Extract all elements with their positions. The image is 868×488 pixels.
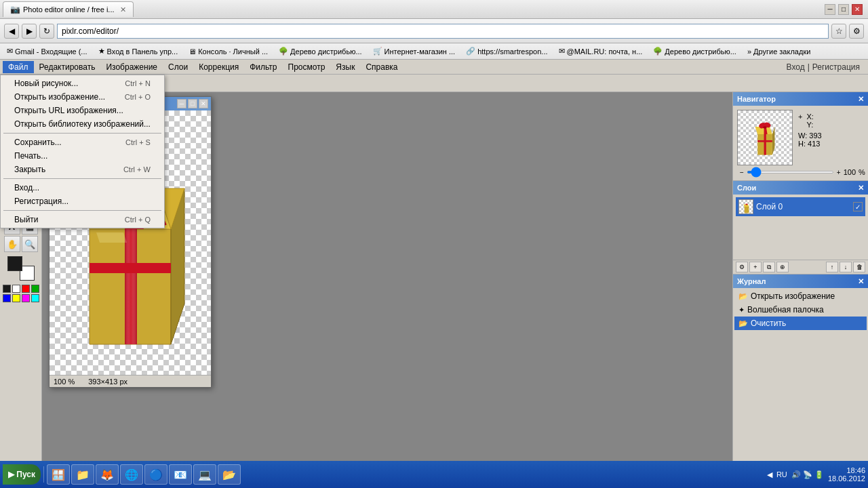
login-link[interactable]: Вход [787, 62, 805, 72]
menu-help[interactable]: Справка [360, 61, 403, 73]
bookmark-panel[interactable]: ★ Вход в Панель упр... [96, 46, 181, 56]
taskbar-apps: 🪟 📁 🦊 🌐 🔵 📧 💻 📂 [47, 464, 241, 485]
menu-edit[interactable]: Редактировать [34, 61, 101, 73]
layers-copy[interactable]: ⧉ [763, 262, 775, 272]
canvas-minimize[interactable]: ─ [177, 99, 186, 108]
navigator-thumbnail[interactable] [737, 110, 793, 165]
taskbar-firefox[interactable]: 🦊 [96, 464, 119, 485]
maximize-button[interactable]: □ [838, 4, 849, 15]
zoom2-tool[interactable]: 🔍 [22, 236, 38, 252]
forward-button[interactable]: ▶ [22, 24, 37, 39]
zoom-value: 100 [844, 168, 856, 176]
address-input[interactable] [57, 24, 829, 39]
preset-magenta[interactable] [22, 294, 30, 302]
minimize-button[interactable]: ─ [825, 4, 835, 15]
menu-layers[interactable]: Слои [163, 61, 193, 73]
menu-file[interactable]: Файл [3, 61, 34, 73]
bookmark-more[interactable]: » Другие закладки [745, 47, 813, 56]
close-button[interactable]: ✕ [852, 4, 863, 15]
canvas-dimensions: 393×413 px [88, 378, 127, 386]
bookmark-mail[interactable]: ✉ @MAIL.RU: почта, н... [556, 46, 646, 56]
register-link[interactable]: Регистрация [812, 62, 860, 72]
layers-down[interactable]: ↓ [840, 262, 852, 272]
back-button[interactable]: ◀ [4, 24, 19, 39]
menu-image[interactable]: Изображение [100, 61, 163, 73]
preset-yellow[interactable] [12, 294, 20, 302]
bookmark-gmail[interactable]: ✉ Gmail - Входящие (... [4, 46, 90, 56]
menu-register[interactable]: Регистрация... [1, 195, 164, 208]
layer-item[interactable]: Слой 0 ✓ [736, 197, 865, 216]
menu-close[interactable]: Закрыть Ctrl + W [1, 163, 164, 176]
bookmark-icon[interactable]: ☆ [831, 24, 846, 39]
bookmark-tree[interactable]: 🌳 Дерево дистрибью... [276, 46, 365, 56]
menu-view[interactable]: Просмотр [283, 61, 331, 73]
menu-correction[interactable]: Коррекция [193, 61, 244, 73]
foreground-color[interactable] [7, 256, 22, 271]
tree2-icon: 🌳 [653, 47, 663, 56]
layers-settings[interactable]: ⚙ [736, 262, 748, 272]
menu-quit[interactable]: Выйти Ctrl + Q [1, 213, 164, 226]
app-container: Файл Редактировать Изображение Слои Корр… [0, 60, 868, 488]
preset-cyan[interactable] [31, 294, 39, 302]
journal-item-wand[interactable]: ✦ Волшебная палочка [734, 303, 867, 317]
preset-red[interactable] [22, 285, 30, 293]
refresh-button[interactable]: ↻ [39, 24, 54, 39]
preset-blue[interactable] [3, 294, 11, 302]
layer-visibility[interactable]: ✓ [853, 202, 863, 211]
hand-tool[interactable]: ✋ [4, 236, 20, 252]
taskbar-app2[interactable]: 📂 [218, 464, 241, 485]
console-icon: 🖥 [189, 47, 196, 56]
color-selector[interactable] [7, 256, 35, 281]
journal-item-open[interactable]: 📂 Открыть изображение [734, 289, 867, 303]
journal-item-clear[interactable]: 📂 Очистить [734, 317, 867, 330]
taskbar-explorer[interactable]: 📁 [71, 464, 94, 485]
menu-filter[interactable]: Фильтр [244, 61, 282, 73]
svg-marker-28 [745, 207, 749, 213]
layers-merge[interactable]: ⊕ [776, 262, 789, 272]
menu-language[interactable]: Язык [330, 61, 360, 73]
bookmark-smart[interactable]: 🔗 https://smartrespon... [463, 46, 550, 56]
journal-header: Журнал ✕ [733, 274, 868, 288]
journal-close[interactable]: ✕ [858, 277, 864, 286]
tray-arrow[interactable]: ◀ [767, 470, 772, 479]
layers-delete[interactable]: 🗑 [853, 262, 865, 272]
menu-new[interactable]: Новый рисунок... Ctrl + N [1, 77, 164, 90]
taskbar-mail[interactable]: 📧 [169, 464, 192, 485]
menu-open[interactable]: Открыть изображение... Ctrl + O [1, 90, 164, 104]
zoom-out-icon[interactable]: − [740, 169, 744, 176]
browser-tab[interactable]: 📷 Photo editor online / free i... ✕ [3, 1, 134, 17]
layers-up[interactable]: ↑ [826, 262, 838, 272]
taskbar-app1[interactable]: 💻 [193, 464, 216, 485]
layer-name: Слой 0 [756, 202, 850, 211]
menu-save[interactable]: Сохранить... Ctrl + S [1, 136, 164, 149]
zoom-in-icon[interactable]: + [837, 169, 841, 176]
zoom-slider[interactable] [747, 171, 834, 174]
menu-login[interactable]: Вход... [1, 181, 164, 195]
canvas-window-buttons: ─ □ ✕ [177, 99, 208, 108]
tray-locale: RU [776, 470, 787, 479]
layers-header: Слои ✕ [733, 181, 868, 195]
preset-white[interactable] [12, 285, 20, 293]
tab-close-button[interactable]: ✕ [120, 5, 126, 14]
start-button[interactable]: ▶ Пуск [3, 464, 41, 485]
taskbar-chrome[interactable]: 🔵 [144, 464, 167, 485]
settings-icon[interactable]: ⚙ [849, 24, 864, 39]
tab-favicon-icon: 📷 [10, 5, 20, 14]
preset-black[interactable] [3, 285, 11, 293]
browser-titlebar: 📷 Photo editor online / free i... ✕ ─ □ … [0, 0, 868, 19]
taskbar-ie[interactable]: 🌐 [120, 464, 143, 485]
layers-add[interactable]: + [749, 262, 762, 272]
navigator-close[interactable]: ✕ [858, 95, 864, 104]
menu-open-library[interactable]: Открыть библиотеку изображений... [1, 117, 164, 131]
canvas-restore[interactable]: □ [188, 99, 197, 108]
tray-clock: 18:46 18.06.2012 [828, 466, 865, 483]
bookmark-shop[interactable]: 🛒 Интернет-магазин ... [370, 46, 458, 56]
menu-open-url[interactable]: Открыть URL изображения... [1, 104, 164, 117]
preset-green[interactable] [31, 285, 39, 293]
taskbar-windows[interactable]: 🪟 [47, 464, 70, 485]
menu-print[interactable]: Печать... [1, 149, 164, 163]
bookmark-tree2[interactable]: 🌳 Дерево дистрибью... [650, 46, 739, 56]
canvas-close[interactable]: ✕ [199, 99, 208, 108]
layers-close[interactable]: ✕ [858, 184, 864, 192]
bookmark-console[interactable]: 🖥 Консоль · Личный ... [186, 47, 271, 56]
